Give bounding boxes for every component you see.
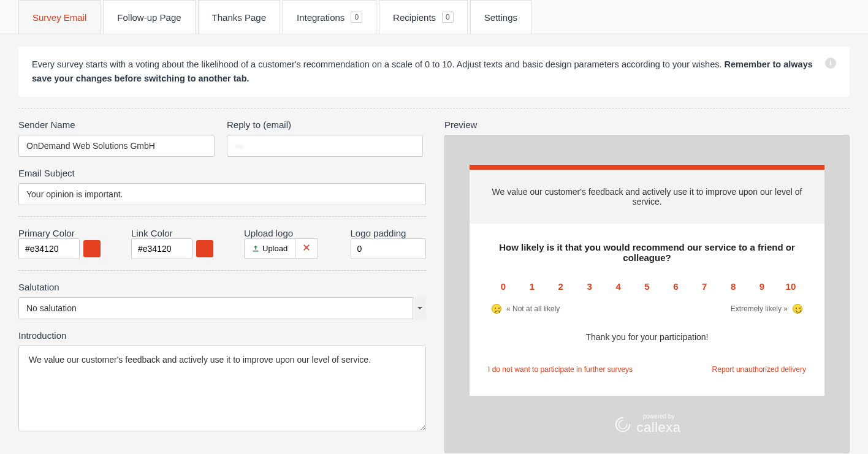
tab-recipients[interactable]: Recipients0 (379, 0, 468, 34)
score-1[interactable]: 1 (520, 281, 544, 292)
optout-link[interactable]: I do not want to participate in further … (488, 365, 633, 374)
tabs-bar: Survey Email Follow-up Page Thanks Page … (0, 0, 868, 34)
link-color-swatch[interactable] (196, 240, 213, 257)
email-accent-bar (470, 165, 824, 170)
tab-follow-up[interactable]: Follow-up Page (103, 0, 195, 34)
link-color-input[interactable] (131, 238, 192, 259)
primary-color-input[interactable] (18, 238, 80, 259)
sad-face-icon (492, 304, 501, 314)
remove-logo-button[interactable] (295, 238, 318, 259)
tab-thanks[interactable]: Thanks Page (198, 0, 280, 34)
powered-small: powered by (637, 413, 681, 420)
tab-label: Integrations (297, 12, 345, 23)
info-panel: Every survey starts with a voting about … (18, 47, 850, 97)
sender-name-label: Sender Name (18, 119, 215, 130)
tab-label: Recipients (393, 12, 436, 23)
tab-settings[interactable]: Settings (470, 0, 531, 34)
score-6[interactable]: 6 (664, 281, 687, 292)
tab-label: Follow-up Page (117, 12, 181, 23)
score-7[interactable]: 7 (693, 281, 716, 292)
score-5[interactable]: 5 (635, 281, 658, 292)
info-icon: i (825, 58, 836, 69)
reply-to-input[interactable] (227, 135, 423, 157)
tab-label: Thanks Page (212, 12, 266, 23)
score-8[interactable]: 8 (721, 281, 745, 292)
score-10[interactable]: 10 (779, 281, 802, 292)
primary-color-label: Primary Color (18, 228, 75, 238)
info-text: Every survey starts with a voting about … (32, 58, 818, 86)
score-2[interactable]: 2 (549, 281, 573, 292)
powered-brand: callexa (637, 420, 681, 436)
score-row: 0 1 2 3 4 5 6 7 8 9 10 (488, 281, 806, 292)
score-3[interactable]: 3 (578, 281, 601, 292)
email-question: How likely is it that you would recommen… (488, 242, 806, 263)
info-text-body: Every survey starts with a voting about … (32, 59, 725, 69)
salutation-select[interactable]: No salutation (18, 297, 426, 319)
link-color-label: Link Color (131, 228, 173, 238)
reply-to-label: Reply to (email) (227, 119, 423, 130)
high-label: Extremely likely » (731, 305, 788, 313)
upload-logo-label: Upload logo (244, 228, 293, 238)
sender-name-input[interactable] (18, 135, 215, 157)
preview-column: Preview We value our customer's feedback… (444, 119, 850, 453)
upload-logo-button[interactable]: Upload (244, 238, 295, 259)
email-subject-input[interactable] (18, 183, 426, 205)
introduction-label: Introduction (18, 330, 426, 341)
salutation-label: Salutation (18, 282, 426, 292)
divider (18, 108, 850, 108)
close-icon (303, 244, 310, 251)
preview-label: Preview (444, 119, 850, 130)
divider (18, 270, 426, 271)
happy-face-icon (793, 304, 802, 314)
report-link[interactable]: Report unauthorized delivery (712, 365, 806, 374)
email-card: We value our customer's feedback and act… (470, 165, 824, 396)
email-subject-label: Email Subject (18, 168, 426, 178)
tab-badge: 0 (351, 12, 362, 23)
score-labels: « Not at all likely Extremely likely » (488, 304, 806, 314)
low-label: « Not at all likely (506, 305, 560, 313)
primary-color-swatch[interactable] (83, 240, 101, 257)
tab-badge: 0 (442, 12, 454, 23)
powered-by: powered by callexa (470, 413, 824, 436)
logo-padding-label: Logo padding (351, 228, 406, 238)
upload-button-label: Upload (262, 244, 287, 253)
upload-icon (252, 245, 259, 252)
score-9[interactable]: 9 (750, 281, 774, 292)
email-thanks: Thank you for your participation! (488, 332, 806, 342)
email-header: We value our customer's feedback and act… (470, 170, 824, 224)
score-0[interactable]: 0 (492, 281, 515, 292)
tab-label: Survey Email (32, 12, 86, 23)
tab-integrations[interactable]: Integrations0 (283, 0, 376, 34)
form-column: Sender Name Reply to (email) Email Subje… (18, 119, 426, 453)
divider (18, 216, 426, 217)
introduction-textarea[interactable] (18, 346, 426, 431)
tab-label: Settings (484, 12, 517, 23)
logo-padding-input[interactable] (351, 238, 427, 259)
tab-survey-email[interactable]: Survey Email (18, 0, 101, 34)
score-4[interactable]: 4 (607, 281, 630, 292)
callexa-logo-icon (614, 415, 632, 434)
preview-box: We value our customer's feedback and act… (444, 135, 850, 453)
